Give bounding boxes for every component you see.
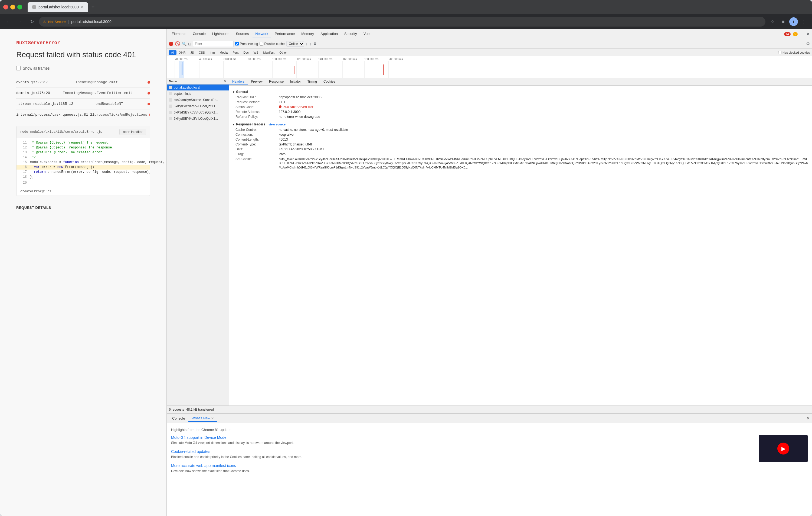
news-item-1: Moto G4 support in Device Mode Simulate … xyxy=(171,435,755,445)
console-bottom-tab[interactable]: Console xyxy=(169,415,188,422)
request-name: portal.adshot.local xyxy=(174,86,200,89)
menu-button[interactable]: ⋮ xyxy=(799,17,809,27)
filter-img[interactable]: Img xyxy=(208,50,217,55)
tab-favicon xyxy=(32,5,36,9)
active-tab[interactable]: portal.adshot.local:3000 ✕ xyxy=(28,2,88,12)
news-link-3[interactable]: More accurate web app manifest icons xyxy=(171,463,236,468)
tab-close-button[interactable]: ✕ xyxy=(81,5,84,9)
tab-elements[interactable]: Elements xyxy=(169,31,189,37)
view-source-link[interactable]: view source xyxy=(268,123,286,126)
reload-button[interactable]: ↻ xyxy=(27,17,37,27)
filter-icon[interactable]: ⊟ xyxy=(188,42,191,46)
svg-rect-24 xyxy=(370,67,370,73)
record-button[interactable] xyxy=(169,42,173,46)
bottom-panel-close[interactable]: ✕ xyxy=(806,416,810,421)
filter-input[interactable] xyxy=(193,41,234,47)
request-item[interactable]: portal.adshot.local xyxy=(167,84,229,91)
tab-security[interactable]: Security xyxy=(342,31,360,37)
throttle-select[interactable]: Online xyxy=(286,41,304,47)
news-link-2[interactable]: Cookie-related updates xyxy=(171,450,210,454)
code-line: 15 module.exports = function createError… xyxy=(17,160,150,165)
back-button[interactable]: ← xyxy=(3,17,13,27)
svg-text:140 000 ms: 140 000 ms xyxy=(318,58,332,61)
whats-new-tab[interactable]: What's New ✕ xyxy=(188,415,218,422)
settings-button[interactable]: ⚙ xyxy=(806,41,810,46)
tab-vue[interactable]: Vue xyxy=(361,31,372,37)
tab-timing[interactable]: Timing xyxy=(304,79,320,85)
blocked-cookies-checkbox[interactable] xyxy=(778,51,781,54)
forward-button[interactable]: → xyxy=(15,17,25,27)
profile-button[interactable]: I xyxy=(789,17,798,26)
search-button[interactable]: 🔍 xyxy=(182,42,186,46)
filter-css[interactable]: CSS xyxy=(197,50,207,55)
tab-cookies[interactable]: Cookies xyxy=(320,79,338,85)
news-container: Moto G4 support in Device Mode Simulate … xyxy=(171,435,808,477)
address-bar[interactable]: ⚠ Not Secure | portal.adshot.local:3000 xyxy=(39,17,765,27)
svg-rect-25 xyxy=(383,64,384,75)
status-code-key: Status Code: xyxy=(235,105,279,109)
tab-sources[interactable]: Sources xyxy=(233,31,252,37)
disable-cache-label: Disable cache xyxy=(260,42,285,46)
tab-network[interactable]: Network xyxy=(253,31,271,37)
filter-manifest[interactable]: Manifest xyxy=(261,50,277,55)
network-controls: 🚫 🔍 ⊟ Preserve log Disable cache Online xyxy=(167,39,812,49)
warn-count-badge: 5 xyxy=(793,32,798,36)
whats-new-close[interactable]: ✕ xyxy=(211,416,214,420)
disable-cache-checkbox[interactable] xyxy=(260,42,263,46)
devtools-more-button[interactable]: ⋮ xyxy=(800,31,804,36)
filter-media[interactable]: Media xyxy=(218,50,230,55)
throttle-down-button[interactable]: ↓ xyxy=(306,42,308,46)
throttle-up-button[interactable]: ↑ xyxy=(309,42,312,46)
filter-ws[interactable]: WS xyxy=(252,50,261,55)
tab-memory[interactable]: Memory xyxy=(298,31,317,37)
remote-address-row: Remote Address: 127.0.0.1:3000 xyxy=(232,109,809,114)
request-item[interactable]: zepto.min.js xyxy=(167,91,229,97)
close-button[interactable] xyxy=(3,5,8,9)
request-item[interactable]: 6xK3dSBYKcSV-LCoeQqfX1... xyxy=(167,109,229,116)
set-cookie-row: Set-Cookie: auth._token.auth0=Bearer%20e… xyxy=(232,157,809,170)
tab-application[interactable]: Application xyxy=(318,31,341,37)
tab-initiator[interactable]: Initiator xyxy=(287,79,304,85)
extensions-button[interactable]: ■ xyxy=(778,17,788,27)
news-text-2: Cookie-related updates Blocked cookie an… xyxy=(171,449,755,459)
request-item[interactable]: 6xKydSBYKcSV-LCoeQqfX1... xyxy=(167,116,229,122)
tab-performance[interactable]: Performance xyxy=(272,31,297,37)
general-section-header[interactable]: ▼ General xyxy=(232,90,809,94)
filter-doc[interactable]: Doc xyxy=(241,50,251,55)
request-favicon xyxy=(169,86,172,89)
network-footer: 6 requests 48.1 kB transferred xyxy=(167,406,812,413)
filter-font[interactable]: Font xyxy=(230,50,241,55)
stack-method: IncomingMessage.emit xyxy=(76,80,118,84)
filter-all[interactable]: All xyxy=(169,50,176,55)
tab-lighthouse[interactable]: Lighthouse xyxy=(209,31,232,37)
show-all-frames-checkbox[interactable] xyxy=(16,66,21,71)
filter-js[interactable]: JS xyxy=(188,50,196,55)
maximize-button[interactable] xyxy=(17,5,22,9)
filter-xhr[interactable]: XHR xyxy=(177,50,187,55)
etag-row: ETag: Path/ xyxy=(232,152,809,157)
preserve-log-checkbox[interactable] xyxy=(235,42,239,46)
tab-response[interactable]: Response xyxy=(266,79,287,85)
tab-headers[interactable]: Headers xyxy=(229,79,248,85)
stack-item: domain.js:475:20 IncomingMessage.EventEm… xyxy=(16,88,150,99)
new-tab-button[interactable]: + xyxy=(89,3,97,11)
stack-method: IncomingMessage.EventEmitter.emit xyxy=(63,91,133,95)
devtools-close-button[interactable]: ✕ xyxy=(806,31,810,36)
tab-console[interactable]: Console xyxy=(190,31,208,37)
minimize-button[interactable] xyxy=(10,5,15,9)
request-item[interactable]: 6xKydSBYKcSV-LCoeQqfX1... xyxy=(167,103,229,109)
import-button[interactable]: ⇓ xyxy=(313,41,317,46)
tab-preview[interactable]: Preview xyxy=(248,79,266,85)
clear-button[interactable]: 🚫 xyxy=(175,41,180,46)
request-item[interactable]: css?family=Source+Sans+Pr... xyxy=(167,97,229,103)
close-requests-panel[interactable]: ✕ xyxy=(224,79,227,83)
response-headers-section[interactable]: ▼ Response Headers view source xyxy=(232,123,809,126)
bookmark-button[interactable]: ☆ xyxy=(767,17,777,27)
play-button[interactable]: ▶ xyxy=(777,442,789,455)
filter-other[interactable]: Other xyxy=(277,50,289,55)
code-block: node_modules/axios/lib/core/createError.… xyxy=(16,126,150,196)
bottom-content: Highlights from the Chrome 81 update Mot… xyxy=(167,424,812,516)
request-count: 6 requests xyxy=(169,408,184,411)
open-editor-button[interactable]: open in editor xyxy=(119,129,146,135)
news-link-1[interactable]: Moto G4 support in Device Mode xyxy=(171,435,227,440)
